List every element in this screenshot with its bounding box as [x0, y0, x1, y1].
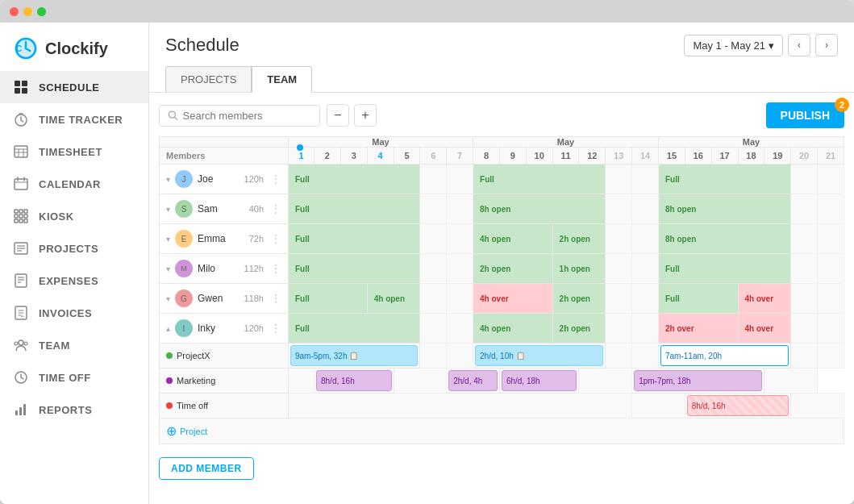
minimize-dot[interactable]: [23, 7, 32, 16]
sidebar-item-kiosk[interactable]: KIOSK: [0, 200, 148, 232]
member-row-gwen: ▾ G Gwen 118h ⋮ Full: [160, 284, 844, 314]
marketing-dot: [166, 377, 173, 384]
today-indicator-dot: [297, 144, 303, 151]
search-input[interactable]: [183, 110, 311, 122]
gwen-event-week3b: 4h over: [742, 293, 788, 305]
chevron-inky[interactable]: ▴: [166, 324, 170, 333]
day-18: 18: [738, 148, 764, 165]
sidebar-item-team[interactable]: TEAM: [0, 329, 148, 361]
options-gwen[interactable]: ⋮: [270, 292, 281, 305]
sidebar-item-calendar[interactable]: CALENDAR: [0, 168, 148, 200]
maximize-dot[interactable]: [37, 7, 46, 16]
member-name-joe: Joe: [198, 173, 240, 185]
project-row-timeoff: Time off 8h/d, 16h: [160, 394, 844, 419]
chevron-emma[interactable]: ▾: [166, 235, 170, 244]
sidebar-item-time-off[interactable]: TIME OFF: [0, 361, 148, 394]
zoom-in-button[interactable]: +: [354, 104, 377, 127]
projectx-dot: [166, 352, 173, 359]
options-inky[interactable]: ⋮: [270, 322, 281, 335]
day-8: 8: [473, 148, 500, 165]
sidebar-item-timesheet[interactable]: TIMESHEET: [0, 135, 148, 168]
svg-line-43: [175, 117, 177, 119]
svg-rect-17: [15, 210, 18, 213]
next-period-button[interactable]: ›: [815, 34, 838, 56]
gwen-day13: [606, 284, 632, 314]
svg-point-37: [24, 342, 27, 345]
sidebar-label-team: TEAM: [39, 339, 70, 352]
sidebar-item-invoices[interactable]: INVOICES: [0, 297, 148, 329]
tab-projects[interactable]: PROJECTS: [165, 66, 252, 92]
chevron-gwen[interactable]: ▾: [166, 294, 170, 303]
marketing-event-1: 8h/d, 16h: [316, 370, 392, 391]
zoom-controls: − +: [327, 104, 377, 127]
gwen-day14: [632, 284, 659, 314]
member-name-gwen: Gwen: [198, 293, 240, 304]
schedule-table: May May May Members 1 2: [159, 136, 844, 444]
avatar-inky: I: [175, 319, 193, 337]
options-sam[interactable]: ⋮: [270, 202, 281, 215]
clockify-logo-icon: C: [13, 35, 39, 61]
sidebar-label-invoices: INVOICES: [39, 307, 92, 319]
add-member-button[interactable]: ADD MEMBER: [159, 457, 254, 480]
publish-badge: 2: [835, 98, 849, 112]
inky-event-week3a: 2h over: [662, 323, 735, 335]
month-header-may2: May: [473, 137, 659, 148]
svg-rect-30: [15, 274, 27, 287]
chevron-down-icon: ▾: [769, 40, 774, 52]
kiosk-icon: [13, 208, 29, 224]
options-milo[interactable]: ⋮: [270, 262, 281, 275]
joe-day7: [447, 165, 473, 194]
joe-event-week1: Full: [292, 173, 416, 185]
milo-event-week2b: 1h open: [556, 263, 602, 275]
gwen-day6: [420, 284, 447, 314]
sidebar-item-schedule[interactable]: SCHEDULE: [0, 71, 148, 103]
sidebar-item-reports[interactable]: REPORTS: [0, 394, 148, 426]
toolbar: − + PUBLISH 2: [159, 102, 844, 128]
options-emma[interactable]: ⋮: [270, 232, 281, 245]
day-5: 5: [394, 148, 420, 165]
day-1: 1: [289, 148, 315, 165]
sidebar-label-time-off: TIME OFF: [39, 372, 91, 384]
publish-button[interactable]: PUBLISH 2: [766, 102, 844, 128]
projectx-event-1: 9am-5pm, 32h 📋: [290, 345, 418, 366]
sam-event-week2: 8h open: [477, 203, 602, 215]
emma-day6: [420, 224, 447, 254]
member-row-inky: ▴ I Inky 120h ⋮ Full: [160, 314, 844, 344]
chevron-joe[interactable]: ▾: [166, 175, 170, 184]
member-cell-sam: ▾ S Sam 40h ⋮: [160, 194, 288, 223]
prev-period-button[interactable]: ‹: [788, 34, 810, 56]
member-hours-milo: 112h: [244, 264, 264, 273]
timeoff-event-1: 8h/d, 16h: [687, 395, 789, 416]
svg-rect-4: [22, 81, 27, 86]
svg-rect-23: [15, 219, 18, 223]
sam-day21: [818, 194, 844, 224]
emma-event-week2b: 2h open: [556, 233, 602, 245]
sidebar-item-projects[interactable]: PROJECTS: [0, 232, 148, 264]
sidebar-item-expenses[interactable]: EXPENSES: [0, 264, 148, 297]
chevron-milo[interactable]: ▾: [166, 264, 170, 273]
zoom-out-button[interactable]: −: [327, 104, 349, 127]
member-name-sam: Sam: [198, 203, 244, 215]
tab-team[interactable]: TEAM: [252, 66, 312, 93]
day-4: 4: [367, 148, 394, 165]
date-range-button[interactable]: May 1 - May 21 ▾: [684, 35, 783, 56]
main-title-row: Schedule May 1 - May 21 ▾ ‹ ›: [165, 34, 838, 56]
svg-point-36: [15, 342, 18, 345]
sam-event-week1: Full: [292, 203, 416, 215]
svg-point-35: [19, 340, 23, 345]
member-cell-emma: ▾ E Emma 72h ⋮: [160, 224, 288, 253]
chevron-sam[interactable]: ▾: [166, 205, 170, 214]
options-joe[interactable]: ⋮: [270, 173, 281, 185]
sam-day14: [632, 194, 659, 224]
project-row-projectx: ProjectX 9am-5pm, 32h 📋: [160, 344, 844, 369]
search-box[interactable]: [159, 105, 320, 127]
timesheet-icon: [13, 144, 29, 160]
add-project-button[interactable]: ⊕ Project: [166, 423, 837, 439]
day-17: 17: [711, 148, 738, 165]
milo-day14: [632, 254, 659, 284]
inky-day21: [818, 314, 844, 344]
sidebar-item-time-tracker[interactable]: TIME TRACKER: [0, 103, 148, 135]
close-dot[interactable]: [10, 7, 19, 16]
day-13: 13: [606, 148, 632, 165]
add-member-row: ADD MEMBER: [159, 451, 844, 480]
